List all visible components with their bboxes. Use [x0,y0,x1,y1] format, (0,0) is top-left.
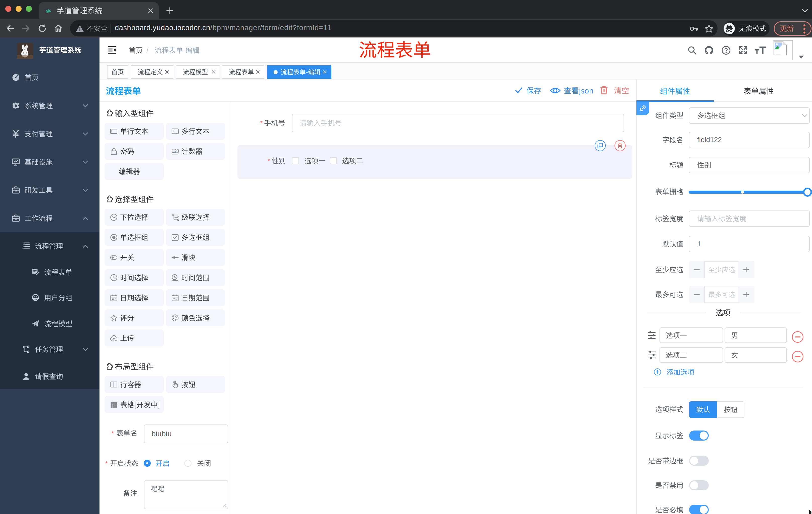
svg-text:123: 123 [172,148,179,154]
